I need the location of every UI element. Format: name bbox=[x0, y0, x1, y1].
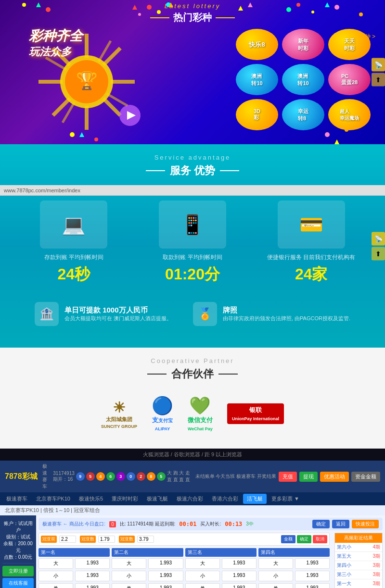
header-label: 未结账单 今天当班 极速赛车 开奖结果 bbox=[195, 473, 276, 480]
service-img-1: 💻 bbox=[40, 200, 107, 249]
tab-speedlottery[interactable]: 极速六合彩 bbox=[173, 494, 207, 504]
draw-num-8: 8 bbox=[147, 472, 155, 481]
crown-odds-3: 冠亚数 bbox=[119, 535, 154, 543]
partner-alipay[interactable]: 🔵 支支付宝ALIPAY bbox=[152, 396, 173, 432]
game-sidebar: 账户：试试用户 级别：试试 余额：200.00元 点数：0.00元 立即注册 在… bbox=[0, 515, 36, 588]
pos3-big-val[interactable]: 1.993 bbox=[222, 558, 257, 569]
service-features: 🏦 单日可提款 1000万人民币 会员大额提取均可在 澳门威尼斯人酒店提服。 🏅… bbox=[0, 295, 385, 333]
withdraw-btn[interactable]: 提现 bbox=[299, 472, 318, 482]
promo-btn[interactable]: 优惠活动 bbox=[320, 472, 349, 482]
toolbar-fastbet-btn[interactable]: 快速投注 bbox=[352, 520, 379, 528]
pos2-small-label[interactable]: 小 bbox=[112, 571, 146, 581]
recharge-btn[interactable]: 充值 bbox=[279, 472, 297, 482]
pos4-header: 第四名 bbox=[258, 548, 330, 557]
pos3-small-val[interactable]: 1.993 bbox=[222, 571, 257, 581]
lottery-ball-2[interactable]: 新年时彩 bbox=[282, 29, 324, 60]
header-actions: 未结账单 今天当班 极速赛车 开奖结果 充值 提现 优惠活动 资金金额 bbox=[195, 472, 380, 482]
toolbar-confirm-btn[interactable]: 确定 bbox=[312, 520, 330, 528]
pos4-odd-val[interactable]: 1.993 bbox=[295, 583, 330, 588]
tab-liveboat[interactable]: 活飞艇 bbox=[243, 494, 267, 504]
crown-input-1[interactable] bbox=[59, 536, 76, 543]
draw-num-6: 0 bbox=[127, 472, 135, 481]
pos1-odd-label[interactable]: 单 bbox=[38, 583, 73, 588]
feature-icon-2: 🏅 bbox=[193, 302, 217, 326]
partner-wechat[interactable]: 💚 微信支付WeChat Pay bbox=[188, 396, 213, 432]
tab-cqssc[interactable]: 重庆时时彩 bbox=[108, 494, 142, 504]
partners-logos: ☀ 太阳城集团SUNCITY GROUP 🔵 支支付宝ALIPAY 💚 微信支付… bbox=[0, 388, 385, 439]
position-4-odds: 第四名 大1.993 小1.993 单1.993 双1.993 bbox=[258, 548, 330, 588]
draw-num-2: 5 bbox=[86, 472, 95, 481]
user-name: 账户：试试用户 bbox=[2, 520, 34, 534]
pos4-big-val[interactable]: 1.993 bbox=[295, 558, 330, 569]
result-5: 第一大3期 bbox=[335, 579, 382, 588]
tab-speedhappy5[interactable]: 极速快乐5 bbox=[75, 494, 107, 504]
draw-info: 极速赛车 31174913期开：16 9 5 4 6 3 0 2 8 5 大 跑… bbox=[42, 463, 191, 490]
pos4-small-val[interactable]: 1.993 bbox=[295, 571, 330, 581]
pos3-odd-val[interactable]: 1.993 bbox=[222, 583, 257, 588]
main-odds-area: 冠亚双 冠亚数 冠亚数 金额 确定 bbox=[38, 533, 383, 588]
pos1-big-label[interactable]: 大 bbox=[38, 558, 73, 569]
wechat-logo: 💚 微信支付WeChat Pay bbox=[188, 396, 213, 432]
side-btn-down[interactable]: ⬆ bbox=[372, 73, 385, 87]
lottery-ball-6[interactable]: PC蛋蛋28 bbox=[328, 64, 371, 95]
toolbar-cancel-btn[interactable]: 返回 bbox=[332, 520, 349, 528]
lottery-ball-3[interactable]: 天天时彩 bbox=[328, 29, 371, 60]
lottery-ball-4[interactable]: 澳洲转10 bbox=[236, 64, 278, 95]
lottery-tabs: 极速赛车 北京赛车PK10 极速快乐5 重庆时时彩 极速飞艇 极速六合彩 香港六… bbox=[0, 492, 385, 505]
partner-unionpay[interactable]: 银联UnionPay International bbox=[227, 403, 284, 424]
funds-btn[interactable]: 资金金额 bbox=[351, 472, 380, 482]
feature-text-2: 牌照 由菲律宾政府的颁发合法牌照, 由PAGCOR授权及监管. bbox=[223, 306, 350, 322]
confirm-bet-btn[interactable]: 确定 bbox=[297, 535, 311, 543]
amount-btn[interactable]: 金额 bbox=[281, 535, 295, 543]
cancel-bet-btn[interactable]: 取消 bbox=[313, 535, 327, 543]
pos3-big-label[interactable]: 大 bbox=[185, 558, 220, 569]
url-text: www.7878pc.com/member/index bbox=[4, 188, 80, 193]
lottery-ball-1[interactable]: 快乐8 bbox=[236, 29, 278, 60]
partner-suncity[interactable]: ☀ 太阳城集团SUNCITY GROUP bbox=[101, 399, 137, 429]
service-number-1: 24秒 bbox=[14, 264, 133, 285]
pos3-small-label[interactable]: 小 bbox=[185, 571, 220, 581]
crown-input-2[interactable] bbox=[98, 536, 115, 543]
pos4-odd-label[interactable]: 单 bbox=[258, 583, 293, 588]
position-3-odds: 第三名 大1.993 小1.993 单1.993 双1.993 bbox=[185, 548, 257, 588]
pos3-odd-label[interactable]: 单 bbox=[185, 583, 220, 588]
draw-num-1: 9 bbox=[76, 472, 85, 481]
feature-title-1: 单日可提款 1000万人民币 bbox=[64, 306, 172, 315]
service-img-3: 💳 bbox=[278, 200, 345, 249]
draw-labels: 大 跑 大 走 直 直 直 直 bbox=[167, 470, 191, 483]
pos2-odd-val[interactable]: 1.993 bbox=[148, 583, 183, 588]
register-btn[interactable]: 立即注册 bbox=[2, 566, 34, 576]
lottery-ball-5[interactable]: 澳洲转10 bbox=[282, 64, 324, 95]
pos2-small-val[interactable]: 1.993 bbox=[148, 571, 183, 581]
pos1-odd-val[interactable]: 1.993 bbox=[75, 583, 110, 588]
tab-speedboat[interactable]: 极速飞艇 bbox=[143, 494, 172, 504]
pos1-big-val[interactable]: 1.993 bbox=[75, 558, 110, 569]
service-number-2: 01:20分 bbox=[133, 264, 252, 285]
side-btn-up[interactable]: 📡 bbox=[372, 58, 385, 72]
lottery-ball-7[interactable]: 3D彩 bbox=[236, 99, 278, 130]
crown-odds-row: 冠亚双 冠亚数 冠亚数 金额 确定 bbox=[38, 533, 330, 546]
suncity-logo: ☀ 太阳城集团SUNCITY GROUP bbox=[101, 399, 137, 429]
tab-speedcar[interactable]: 极速赛车 bbox=[2, 494, 31, 504]
feature-1: 🏦 单日可提款 1000万人民币 会员大额提取均可在 澳门威尼斯人酒店提服。 bbox=[35, 302, 172, 326]
pos4-small-label[interactable]: 小 bbox=[258, 571, 293, 581]
pos2-big-label[interactable]: 大 bbox=[112, 558, 146, 569]
banner-slogan: 彩种齐全玩法众多 bbox=[29, 29, 83, 59]
feature-title-2: 牌照 bbox=[223, 306, 350, 315]
pos1-small-val[interactable]: 1.993 bbox=[75, 571, 110, 581]
pos4-big-label[interactable]: 大 bbox=[258, 558, 293, 569]
lottery-ball-9[interactable]: 超人幸运魔场 bbox=[328, 99, 371, 130]
crown-input-3[interactable] bbox=[137, 536, 154, 543]
tab-bjpk10[interactable]: 北京赛车PK10 bbox=[32, 494, 74, 504]
pos1-small-label[interactable]: 小 bbox=[38, 571, 73, 581]
tab-hklottery[interactable]: 香港六合彩 bbox=[208, 494, 242, 504]
pos2-odd-label[interactable]: 单 bbox=[112, 583, 146, 588]
service-side-btn-2[interactable]: ⬆ bbox=[372, 247, 385, 260]
tab-more[interactable]: 更多彩票 ▼ bbox=[268, 494, 303, 504]
lottery-ball-8[interactable]: 幸运转8 bbox=[282, 99, 324, 130]
draw-num-7: 2 bbox=[137, 472, 145, 481]
user-level: 级别：试试 bbox=[2, 534, 34, 540]
pos2-big-val[interactable]: 1.993 bbox=[148, 558, 183, 569]
service-btn[interactable]: 在线客服 bbox=[2, 578, 34, 588]
service-side-btn-1[interactable]: 📡 bbox=[372, 232, 385, 245]
